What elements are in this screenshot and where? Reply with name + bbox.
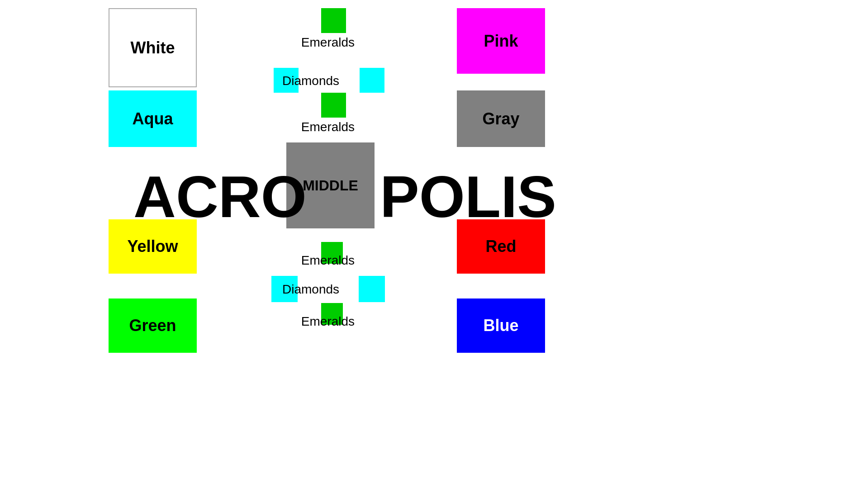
top-cross-emerald-bottom-label: Emeralds xyxy=(299,120,357,134)
bottom-cross-emerald-top-label: Emeralds xyxy=(299,253,357,268)
green-label: Green xyxy=(129,316,176,335)
blue-box: Blue xyxy=(457,298,545,353)
top-cross-emerald-top-box xyxy=(321,8,346,33)
white-label: White xyxy=(131,38,175,57)
bottom-cross-diamonds-label: Diamonds xyxy=(281,282,340,297)
green-box: Green xyxy=(109,298,197,353)
pink-label: Pink xyxy=(484,32,518,51)
bottom-cross-emerald-bottom-label: Emeralds xyxy=(299,314,357,329)
gray-box: Gray xyxy=(457,90,545,147)
aqua-label: Aqua xyxy=(133,109,173,128)
pink-box: Pink xyxy=(457,8,545,74)
gray-label: Gray xyxy=(482,109,519,128)
top-cross-diamonds-label: Diamonds xyxy=(281,74,340,88)
middle-label: MIDDLE xyxy=(303,177,358,194)
top-cross-emerald-top-label: Emeralds xyxy=(299,35,357,50)
aqua-box: Aqua xyxy=(109,90,197,147)
yellow-label: Yellow xyxy=(127,237,178,256)
blue-label: Blue xyxy=(483,316,518,335)
white-box: White xyxy=(109,8,197,87)
bottom-cross-cyan-right xyxy=(359,276,385,302)
top-cross-cyan-right xyxy=(360,68,384,93)
title-acro: ACRO xyxy=(133,163,307,231)
red-label: Red xyxy=(485,237,516,256)
title-polis: POLIS xyxy=(380,163,556,231)
top-cross-emerald-bottom-box xyxy=(321,93,346,118)
